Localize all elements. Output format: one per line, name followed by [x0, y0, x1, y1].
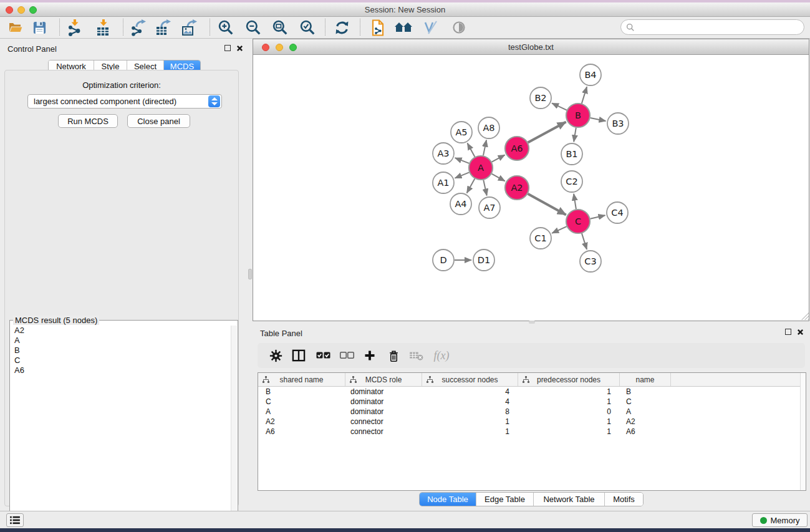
cell-name[interactable]: B — [620, 387, 671, 397]
cell-mcds-role[interactable]: connector — [345, 427, 422, 437]
graph-edge-A6-B[interactable] — [528, 122, 566, 142]
memory-button[interactable]: Memory — [752, 513, 808, 527]
table-row[interactable]: B dominator 4 1 B — [258, 387, 800, 397]
export-image-icon[interactable] — [178, 17, 201, 37]
close-panel-icon[interactable] — [236, 45, 243, 52]
graph-edge-A-A3[interactable] — [455, 158, 470, 163]
cell-predecessor-nodes[interactable]: 1 — [518, 427, 620, 437]
cell-shared-name[interactable]: A6 — [258, 427, 345, 437]
cell-name[interactable]: C — [620, 397, 671, 407]
graph-edge-B-B1[interactable] — [574, 128, 576, 142]
deselect-all-icon[interactable] — [336, 346, 357, 365]
graph-edge-A-A1[interactable] — [455, 172, 470, 178]
cell-predecessor-nodes[interactable]: 1 — [518, 397, 620, 407]
cell-predecessor-nodes[interactable]: 1 — [518, 387, 620, 397]
cell-shared-name[interactable]: A — [258, 407, 345, 417]
import-network-icon[interactable] — [64, 17, 86, 37]
result-scrollbar[interactable] — [231, 326, 237, 530]
cell-successor-nodes[interactable]: 1 — [422, 417, 518, 427]
network-vertical-scrollbar[interactable] — [248, 269, 252, 279]
table-row[interactable]: C dominator 4 1 C — [258, 397, 800, 407]
network-horizontal-scrollbar[interactable] — [529, 321, 535, 324]
table-settings-icon[interactable] — [265, 346, 286, 365]
list-item[interactable]: B — [11, 346, 230, 355]
cell-shared-name[interactable]: B — [258, 387, 345, 397]
list-item[interactable]: A — [11, 336, 230, 346]
cell-mcds-role[interactable]: dominator — [345, 397, 422, 407]
graph-edge-C-C1[interactable] — [552, 226, 567, 233]
graph-edge-C-C4[interactable] — [591, 215, 605, 218]
cell-shared-name[interactable]: C — [258, 397, 345, 407]
cell-mcds-role[interactable]: dominator — [345, 387, 422, 397]
close-panel-button[interactable]: Close panel — [127, 114, 190, 128]
run-mcds-button[interactable]: Run MCDS — [58, 114, 118, 128]
create-column-icon[interactable] — [359, 346, 380, 365]
export-network-icon[interactable] — [127, 17, 150, 37]
column-header-predecessor-nodes[interactable]: predecessor nodes — [518, 373, 620, 386]
export-table-icon[interactable] — [152, 17, 175, 37]
import-table-icon[interactable] — [92, 17, 115, 37]
show-columns-icon[interactable] — [288, 346, 309, 365]
tab-node-table[interactable]: Node Table — [420, 493, 476, 506]
float-panel-icon[interactable] — [785, 329, 791, 335]
tab-edge-table[interactable]: Edge Table — [476, 493, 534, 506]
table-row[interactable]: A6 connector 1 1 A6 — [258, 427, 800, 437]
cell-mcds-role[interactable]: dominator — [345, 407, 422, 417]
graph-edge-A-A6[interactable] — [492, 155, 505, 162]
graph-edge-C-C2[interactable] — [574, 194, 576, 209]
column-header-name[interactable]: name — [620, 373, 671, 386]
home-icon[interactable] — [392, 17, 415, 37]
zoom-out-icon[interactable] — [242, 17, 264, 37]
graph-edge-A-A2[interactable] — [492, 174, 505, 181]
table-row[interactable]: A dominator 8 0 A — [258, 407, 800, 417]
select-all-icon[interactable] — [312, 346, 334, 365]
graph-edge-B-B3[interactable] — [591, 118, 606, 121]
graph-edge-A-A4[interactable] — [467, 179, 475, 193]
column-header-shared-name[interactable]: shared name — [258, 373, 345, 386]
window-resize-grip[interactable] — [800, 311, 809, 320]
zoom-in-icon[interactable] — [215, 17, 237, 37]
cell-predecessor-nodes[interactable]: 1 — [518, 417, 620, 427]
delete-table-icon[interactable] — [406, 346, 427, 365]
hide-annotations-icon[interactable] — [420, 17, 442, 37]
cell-successor-nodes[interactable]: 4 — [422, 387, 518, 397]
cell-name[interactable]: A — [620, 407, 671, 417]
list-item[interactable]: C — [11, 355, 230, 365]
optimization-select[interactable]: largest connected component (directed) — [27, 94, 222, 109]
column-header-successor-nodes[interactable]: successor nodes — [422, 373, 518, 386]
graph-edge-B-B4[interactable] — [582, 87, 587, 104]
cell-predecessor-nodes[interactable]: 0 — [518, 407, 620, 417]
cell-name[interactable]: A2 — [620, 417, 671, 427]
save-session-icon[interactable] — [28, 17, 51, 37]
cell-successor-nodes[interactable]: 1 — [422, 427, 518, 437]
close-panel-icon[interactable] — [797, 329, 804, 336]
table-row[interactable]: A2 connector 1 1 A2 — [258, 417, 800, 427]
graph-edge-A-A7[interactable] — [483, 180, 486, 196]
cell-successor-nodes[interactable]: 8 — [422, 407, 518, 417]
table-scrollbar[interactable] — [800, 373, 806, 490]
float-panel-icon[interactable] — [224, 45, 231, 51]
refresh-icon[interactable] — [330, 17, 353, 37]
cell-successor-nodes[interactable]: 4 — [422, 397, 518, 407]
list-item[interactable]: A2 — [11, 326, 230, 336]
graph-edge-A-A5[interactable] — [468, 143, 475, 157]
graph-edge-C-C3[interactable] — [582, 233, 587, 249]
clone-network-icon[interactable] — [367, 17, 389, 37]
task-history-button[interactable] — [6, 513, 24, 527]
open-session-icon[interactable] — [4, 17, 27, 37]
search-box[interactable] — [620, 19, 804, 35]
graph-edge-A-A8[interactable] — [483, 140, 486, 156]
tab-network-table[interactable]: Network Table — [534, 493, 605, 506]
cell-mcds-role[interactable]: connector — [345, 417, 422, 427]
cell-name[interactable]: A6 — [620, 427, 671, 437]
zoom-fit-icon[interactable] — [269, 17, 291, 37]
zoom-selected-icon[interactable] — [296, 17, 319, 37]
graph-edge-B-B2[interactable] — [552, 103, 567, 110]
search-input[interactable] — [637, 21, 804, 34]
tab-motifs[interactable]: Motifs — [605, 493, 643, 506]
list-item[interactable]: A6 — [11, 365, 230, 375]
graph-edge-A2-C[interactable] — [528, 194, 566, 215]
delete-column-icon[interactable] — [383, 346, 404, 365]
cell-shared-name[interactable]: A2 — [258, 417, 345, 427]
column-header-mcds-role[interactable]: MCDS role — [345, 373, 422, 386]
